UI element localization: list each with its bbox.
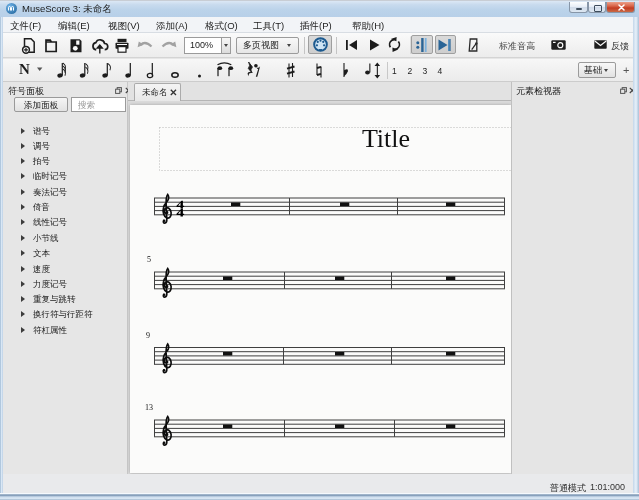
- svg-text:2: 2: [408, 66, 413, 76]
- svg-text:3: 3: [423, 66, 428, 76]
- svg-text:5: 5: [147, 255, 151, 264]
- svg-text:1: 1: [392, 66, 397, 76]
- svg-text:Title: Title: [362, 124, 410, 153]
- svg-text:N: N: [19, 61, 30, 77]
- svg-text:9: 9: [146, 331, 150, 340]
- svg-text:4: 4: [438, 66, 443, 76]
- svg-text:13: 13: [145, 403, 153, 412]
